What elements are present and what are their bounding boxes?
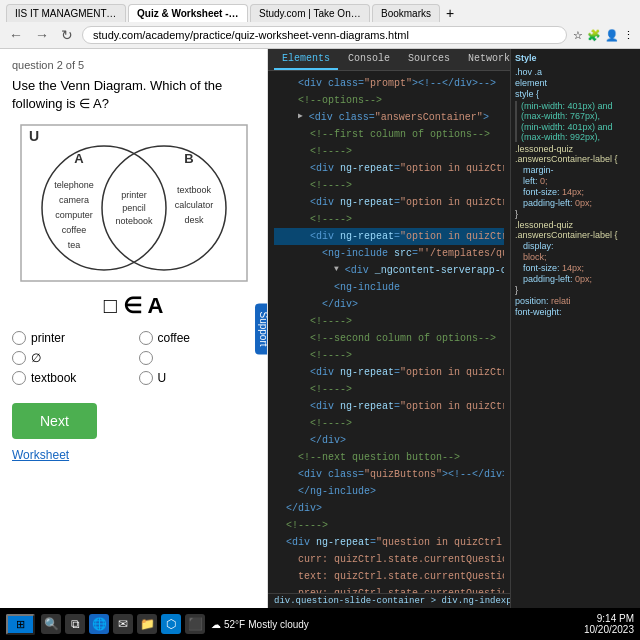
html-line[interactable]: <ng-include src="'/templates/quiz/option… [274, 245, 504, 262]
worksheet-link[interactable]: Worksheet [12, 448, 69, 462]
tab-3[interactable]: Study.com | Take Online Cours... [250, 4, 370, 22]
forward-button[interactable]: → [32, 27, 52, 43]
comment-span: <!----> [286, 518, 328, 533]
address-bar-row: ← → ↻ ☆ 🧩 👤 ⋮ [6, 26, 634, 44]
weather-icon: ☁ [211, 619, 221, 630]
triangle-icon[interactable]: ▼ [334, 263, 339, 275]
svg-text:coffee: coffee [61, 225, 85, 235]
taskview-icon[interactable]: ⧉ [65, 614, 85, 634]
html-line[interactable]: <div class="prompt"><!--</div>--> [274, 75, 504, 92]
html-line[interactable]: prev: quizCtrl.state.currentQuestionInde… [274, 585, 504, 593]
style-line: .lessoned-quiz .answersContainer-label { [515, 220, 636, 240]
star-icon[interactable]: ☆ [573, 29, 583, 42]
style-line: style { [515, 89, 636, 99]
comment-span: <!----> [310, 382, 352, 397]
taskbar-icons: 🔍 ⧉ 🌐 ✉ 📁 ⬡ ⬛ [41, 614, 205, 634]
html-line[interactable]: </div> [274, 432, 504, 449]
menu-icon[interactable]: ⋮ [623, 29, 634, 42]
option-u-label: U [158, 371, 167, 385]
html-line[interactable]: <!--second column of options--> [274, 330, 504, 347]
html-line[interactable]: <!----> [274, 313, 504, 330]
comment-span: <!----> [310, 178, 352, 193]
option-blank[interactable] [139, 351, 256, 365]
tab-4[interactable]: Bookmarks [372, 4, 440, 22]
html-line[interactable]: <div ng-repeat="option in quizCtrl.getSe… [274, 398, 504, 415]
html-line[interactable]: ▼<div _ngcontent-serverapp-c155="" class… [274, 262, 504, 279]
address-input[interactable] [82, 26, 567, 44]
option-textbook[interactable]: textbook [12, 371, 129, 385]
html-line[interactable]: <div ng-repeat="option in quizCtrl.getFi… [274, 160, 504, 177]
html-line[interactable]: </div> [274, 500, 504, 517]
browser-taskbar-icon[interactable]: 🌐 [89, 614, 109, 634]
html-line[interactable]: <!----> [274, 517, 504, 534]
radio-blank[interactable] [139, 351, 153, 365]
svg-point-2 [42, 146, 166, 270]
tag-span: </div> [310, 433, 346, 448]
option-coffee[interactable]: coffee [139, 331, 256, 345]
html-line[interactable]: <div ng-repeat="question in quizCtrl.que… [274, 534, 504, 551]
extensions-icon[interactable]: 🧩 [587, 29, 601, 42]
radio-textbook[interactable] [12, 371, 26, 385]
style-line: element [515, 78, 636, 88]
html-line[interactable]: </ng-include> [274, 483, 504, 500]
explorer-icon[interactable]: 📁 [137, 614, 157, 634]
tag-span: <ng-include src="'/templates/quiz/option… [322, 246, 504, 261]
svg-text:pencil: pencil [122, 203, 146, 213]
reload-button[interactable]: ↻ [58, 27, 76, 43]
html-line[interactable]: ▶<div class="answersContainer"> [274, 109, 504, 126]
triangle-icon[interactable]: ▶ [298, 110, 303, 122]
html-line[interactable]: <ng-include [274, 279, 504, 296]
html-line[interactable]: <!--next question button--> [274, 449, 504, 466]
html-line[interactable]: text: quizCtrl.state.currentQuestionInde… [274, 568, 504, 585]
option-u[interactable]: U [139, 371, 256, 385]
html-line[interactable]: <!--first column of options--> [274, 126, 504, 143]
html-line[interactable]: curr: quizCtrl.state.currentQuestionInde… [274, 551, 504, 568]
html-line[interactable]: <div ng-repeat="option in quizCtrl.getFi… [274, 194, 504, 211]
devtools-tab-network[interactable]: Network [460, 49, 510, 70]
vscode-icon[interactable]: ⬡ [161, 614, 181, 634]
radio-printer[interactable] [12, 331, 26, 345]
html-line[interactable]: <!----> [274, 211, 504, 228]
comment-span: <!----> [310, 212, 352, 227]
browser-chrome: IIS IT MANAGMENT - Google S... Quiz & Wo… [0, 0, 640, 49]
start-button[interactable]: ⊞ [6, 614, 35, 635]
content-wrapper: question 2 of 5 Use the Venn Diagram. Wh… [0, 49, 640, 608]
devtools-tab-sources[interactable]: Sources [400, 49, 458, 70]
tag-span: <div ng-repeat="option in quizCtrl.getFi… [310, 229, 504, 244]
radio-empty-set[interactable] [12, 351, 26, 365]
add-tab-button[interactable]: + [442, 5, 458, 21]
html-line[interactable]: <div class="quizButtons"><!--</div> [274, 466, 504, 483]
html-line-selected[interactable]: <div ng-repeat="option in quizCtrl.getFi… [274, 228, 504, 245]
html-line[interactable]: <!----> [274, 415, 504, 432]
html-line[interactable]: <!----> [274, 143, 504, 160]
html-line[interactable]: <!--options--> [274, 92, 504, 109]
style-line: position: relati [515, 296, 636, 306]
browser-bar: IIS IT MANAGMENT - Google S... Quiz & Wo… [0, 0, 640, 49]
tab-1[interactable]: IIS IT MANAGMENT - Google S... [6, 4, 126, 22]
html-line[interactable]: <!----> [274, 177, 504, 194]
tag-span: <div ng-repeat="option in quizCtrl.getSe… [310, 399, 504, 414]
html-line[interactable]: <div ng-repeat="option in quizCtrl.getSe… [274, 364, 504, 381]
html-line[interactable]: </div> [274, 296, 504, 313]
back-button[interactable]: ← [6, 27, 26, 43]
option-empty-set[interactable]: ∅ [12, 351, 129, 365]
next-button[interactable]: Next [12, 403, 97, 439]
radio-coffee[interactable] [139, 331, 153, 345]
option-printer[interactable]: printer [12, 331, 129, 345]
search-taskbar-icon[interactable]: 🔍 [41, 614, 61, 634]
terminal-icon[interactable]: ⬛ [185, 614, 205, 634]
mail-icon[interactable]: ✉ [113, 614, 133, 634]
support-tab[interactable]: Support [255, 303, 268, 354]
profile-icon[interactable]: 👤 [605, 29, 619, 42]
radio-u[interactable] [139, 371, 153, 385]
tab-2[interactable]: Quiz & Worksheet - Venn Diag... [128, 4, 248, 22]
html-line[interactable]: <!----> [274, 347, 504, 364]
style-line: } [515, 209, 636, 219]
html-line[interactable]: <!----> [274, 381, 504, 398]
style-panel-title: Style [515, 53, 636, 63]
devtools-tab-console[interactable]: Console [340, 49, 398, 70]
option-coffee-label: coffee [158, 331, 190, 345]
option-printer-label: printer [31, 331, 65, 345]
svg-text:desk: desk [184, 215, 204, 225]
devtools-tab-elements[interactable]: Elements [274, 49, 338, 70]
